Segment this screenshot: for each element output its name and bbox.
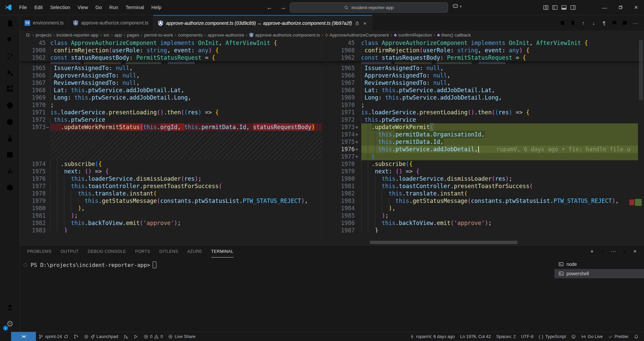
code-line[interactable]: 1972 this.ptwService <box>326 116 644 123</box>
code-line[interactable]: 1971 is.loaderService.presentLoading().t… <box>326 109 644 116</box>
code-line[interactable]: 1983 } <box>20 227 326 233</box>
menu-file[interactable]: File <box>15 3 31 12</box>
whitespace-icon[interactable]: ¶ <box>599 18 609 27</box>
copilot-menu-button[interactable]: ∨ <box>452 3 462 9</box>
code-line[interactable]: 1983 this.getStatusMessage(constants.ptw… <box>326 197 644 205</box>
code-line[interactable]: 1975 next: () => { <box>20 168 326 175</box>
panel-tab-ports[interactable]: PORTS <box>135 245 150 258</box>
panel-close-icon[interactable]: × <box>631 247 639 256</box>
activitybar-source-control-icon[interactable] <box>0 48 20 64</box>
horizontal-scrollbar[interactable] <box>370 241 517 244</box>
panel-tab-output[interactable]: OUTPUT <box>61 245 79 258</box>
tab-0[interactable]: TS environment.ts <box>20 15 68 31</box>
breadcrumb-item[interactable]: pages <box>127 33 139 38</box>
statusbar-problems[interactable]: 00 <box>141 332 165 341</box>
minimize-button[interactable]: — <box>597 0 612 15</box>
command-center-search[interactable]: incident-reporter-app <box>290 2 448 13</box>
statusbar-indentation[interactable]: Spaces: 2 <box>494 332 518 341</box>
code-line[interactable]: 1908 confirmRejection(userRole: string, … <box>20 47 326 54</box>
code-line[interactable]: 1969 Long: this.ptwService.addJobDetail.… <box>326 94 644 101</box>
open-file-icon[interactable] <box>568 18 578 27</box>
code-line[interactable]: 1966 ApproverAssignedTo: null, <box>20 72 326 79</box>
code-line[interactable]: 1977+ ) <box>326 153 644 160</box>
code-line[interactable]: 1973+ .updateWorkPermit( <box>326 123 644 131</box>
restore-button[interactable] <box>612 0 628 15</box>
activitybar-run-debug-icon[interactable] <box>0 64 20 81</box>
code-line[interactable]: 1973− .updateWorkPermitStatus(this.orgId… <box>20 123 326 131</box>
code-line[interactable]: 1981 ); <box>20 212 326 219</box>
breadcrumb-item[interactable]: ◆confirmRejection <box>394 33 432 38</box>
breadcrumb-item[interactable]: D: <box>26 33 31 38</box>
activitybar-m365-icon[interactable] <box>0 147 20 163</box>
code-line[interactable]: 1980 this.loaderService.dismissLoader(re… <box>326 175 644 182</box>
code-line[interactable]: 1965 IssuerAssignedTo: null, <box>20 64 326 72</box>
code-line[interactable]: 1962 const statusRequestBody: PermitStat… <box>20 54 326 61</box>
code-line[interactable]: 45 class ApproveAuthorizeComponent imple… <box>326 39 644 47</box>
toggle-sidebar-left-icon[interactable] <box>552 5 558 10</box>
statusbar-commit-blame[interactable]: rupamV, 6 days ago <box>407 332 457 341</box>
breadcrumb-item[interactable]: approve-authorize <box>208 33 244 38</box>
tab-2[interactable]: approve-authorize.component.ts (03d9c89)… <box>153 15 372 31</box>
code-line[interactable]: 1978 this.translate.instant( <box>20 190 326 197</box>
menu-terminal[interactable]: Terminal <box>122 3 148 12</box>
code-line[interactable]: 1974+ this.permitData.OrganisationId, <box>326 131 644 138</box>
diff-modified-pane[interactable]: 45 class ApproveAuthorizeComponent imple… <box>326 39 644 245</box>
new-terminal-icon[interactable]: + <box>588 247 596 256</box>
activitybar-explorer-icon[interactable] <box>0 15 20 32</box>
code-line[interactable]: 1979 next: () => { <box>326 168 644 175</box>
code-line[interactable]: 1977 this.toastController.presentToastFo… <box>20 182 326 190</box>
menu-run[interactable]: Run <box>106 3 122 12</box>
code-line[interactable]: 1971 is.loaderService.presentLoading().t… <box>20 109 326 116</box>
statusbar-go-live[interactable]: Go Live <box>579 332 605 341</box>
panel-tab-azure[interactable]: AZURE <box>187 245 202 258</box>
breadcrumb-item[interactable]: ◆then() callback <box>437 33 471 38</box>
code-line[interactable]: 1970 ; <box>20 101 326 109</box>
statusbar-git-branch[interactable]: sprint-24 <box>36 332 71 341</box>
tab-1[interactable]: approve-authorize.component.ts <box>68 15 153 31</box>
activitybar-extensions-icon[interactable] <box>0 81 20 97</box>
breadcrumb-item[interactable]: ◇ApproveAuthorizeComponent <box>325 33 389 38</box>
statusbar-language-mode[interactable]: { }TypeScript <box>536 332 569 341</box>
code-line[interactable]: 1967 ReviewerAssignedTo: null, <box>326 79 644 87</box>
activitybar-w-icon[interactable] <box>0 179 20 196</box>
breadcrumb-item[interactable]: approve-authorize.component.ts <box>249 33 320 38</box>
menu-view[interactable]: View <box>74 3 92 12</box>
code-line[interactable]: 1975+ this.permitData.Id, <box>326 138 644 146</box>
code-line[interactable]: 1985 ); <box>326 212 644 219</box>
toggle-sidebar-right-icon[interactable] <box>570 5 576 10</box>
open-changes-icon[interactable] <box>547 18 557 27</box>
code-line[interactable]: 1908 confirmRejection(userRole: string, … <box>326 47 644 54</box>
panel-maximize-icon[interactable] <box>620 247 629 256</box>
code-line[interactable]: 1976 this.loaderService.dismissLoader(re… <box>20 175 326 182</box>
left-editor-scrollbar[interactable] <box>639 40 643 100</box>
close-tab-icon[interactable]: × <box>362 21 367 26</box>
statusbar-git-graph[interactable] <box>71 332 81 341</box>
forward-arrow-button[interactable]: → <box>278 3 288 12</box>
code-line[interactable]: 1968 Lat: this.ptwService.addJobDetail.L… <box>20 87 326 94</box>
activitybar-remote-explorer-icon[interactable] <box>0 97 20 114</box>
statusbar-feedback[interactable] <box>568 332 579 341</box>
code-line[interactable]: 1979 this.getStatusMessage(constants.ptw… <box>20 197 326 205</box>
code-line[interactable]: 1966 ApproverAssignedTo: null, <box>326 72 644 79</box>
code-line[interactable]: 1970 ; <box>326 101 644 109</box>
close-window-button[interactable]: × <box>628 0 644 15</box>
statusbar-launchpad[interactable]: Launchpad <box>81 332 121 341</box>
statusbar-live-share[interactable]: Live Share <box>165 332 198 341</box>
statusbar-encoding[interactable]: UTF-8 <box>518 332 536 341</box>
terminal-instance-powershell[interactable]: powershell <box>554 269 644 278</box>
terminal-instance-node[interactable]: node <box>554 260 644 269</box>
split-editor-icon[interactable] <box>620 18 630 27</box>
back-arrow-button[interactable]: ← <box>264 3 275 12</box>
code-line[interactable]: 1976+ this.ptwService.addJobDetail,rupam… <box>326 146 644 153</box>
inline-view-icon[interactable] <box>610 18 619 27</box>
toggle-panel-icon[interactable] <box>561 5 567 10</box>
panel-tab-terminal[interactable]: TERMINAL <box>211 245 233 258</box>
code-line[interactable]: 1978 .subscribe({ <box>326 160 644 168</box>
code-line[interactable]: 1967 ReviewerAssignedTo: null, <box>20 79 326 87</box>
menu-selection[interactable]: Selection <box>46 3 74 12</box>
activitybar-gitlens-icon[interactable] <box>0 114 20 130</box>
activitybar-azure-icon[interactable] <box>0 163 20 179</box>
menu-help[interactable]: Help <box>148 3 165 12</box>
breadcrumb-item[interactable]: projects <box>36 33 51 38</box>
menu-edit[interactable]: Edit <box>31 3 46 12</box>
